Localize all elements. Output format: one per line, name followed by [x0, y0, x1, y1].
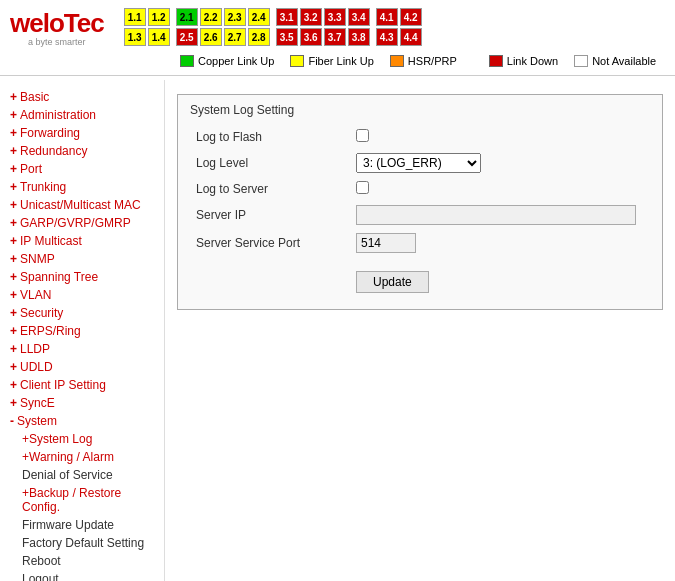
server-ip-label: Server IP	[190, 201, 350, 229]
sidebar-item-basic[interactable]: +Basic	[0, 88, 164, 106]
sidebar-item-udld[interactable]: +UDLD	[0, 358, 164, 376]
port-2-4[interactable]: 2.4	[248, 8, 270, 26]
log-to-server-label: Log to Server	[190, 177, 350, 201]
form-row-log-to-flash: Log to Flash	[190, 125, 650, 149]
sidebar-item-denial-of-service[interactable]: Denial of Service	[0, 466, 164, 484]
legend-down-label: Link Down	[507, 55, 558, 67]
port-1-3[interactable]: 1.3	[124, 28, 146, 46]
sidebar-item-unicast-multicast[interactable]: +Unicast/Multicast MAC	[0, 196, 164, 214]
main-layout: +Basic +Administration +Forwarding +Redu…	[0, 80, 675, 581]
port-2-3[interactable]: 2.3	[224, 8, 246, 26]
sidebar-item-security[interactable]: +Security	[0, 304, 164, 322]
form-row-log-level: Log Level 0: (EMERGENCY) 1: (ALERT) 2: (…	[190, 149, 650, 177]
system-log-setting-box: System Log Setting Log to Flash Log Leve…	[177, 94, 663, 310]
sidebar-item-system-log[interactable]: +System Log	[0, 430, 164, 448]
legend-hsr-prp: HSR/PRP	[390, 55, 457, 67]
legend-hsr-label: HSR/PRP	[408, 55, 457, 67]
port-2-8[interactable]: 2.8	[248, 28, 270, 46]
sidebar-item-client-ip[interactable]: +Client IP Setting	[0, 376, 164, 394]
port-2-2[interactable]: 2.2	[200, 8, 222, 26]
legend-link-down: Link Down	[489, 55, 558, 67]
content-area: System Log Setting Log to Flash Log Leve…	[165, 80, 675, 581]
port-4-1[interactable]: 4.1	[376, 8, 398, 26]
sidebar-item-lldp[interactable]: +LLDP	[0, 340, 164, 358]
port-1-4[interactable]: 1.4	[148, 28, 170, 46]
port-3-4[interactable]: 3.4	[348, 8, 370, 26]
legend-fiber-label: Fiber Link Up	[308, 55, 373, 67]
port-group-3: 3.1 3.2 3.3 3.4 3.5 3.6 3.7 3.8	[276, 8, 370, 46]
port-3-3[interactable]: 3.3	[324, 8, 346, 26]
sidebar: +Basic +Administration +Forwarding +Redu…	[0, 80, 165, 581]
port-4-4[interactable]: 4.4	[400, 28, 422, 46]
sidebar-item-vlan[interactable]: +VLAN	[0, 286, 164, 304]
port-2-5[interactable]: 2.5	[176, 28, 198, 46]
header: weloTec a byte smarter 1.1 1.2 1.3 1.4 2…	[0, 0, 675, 51]
form-row-log-to-server: Log to Server	[190, 177, 650, 201]
sidebar-item-trunking[interactable]: +Trunking	[0, 178, 164, 196]
legend-not-available: Not Available	[574, 55, 656, 67]
sidebar-item-administration[interactable]: +Administration	[0, 106, 164, 124]
legend-orange-box	[390, 55, 404, 67]
logo-brand: weloTec	[10, 8, 104, 38]
port-2-6[interactable]: 2.6	[200, 28, 222, 46]
port-2-7[interactable]: 2.7	[224, 28, 246, 46]
port-4-3[interactable]: 4.3	[376, 28, 398, 46]
sidebar-item-backup-restore[interactable]: +Backup / Restore Config.	[0, 484, 164, 516]
sidebar-item-redundancy[interactable]: +Redundancy	[0, 142, 164, 160]
port-group-1: 1.1 1.2 1.3 1.4	[124, 8, 170, 46]
log-level-select[interactable]: 0: (EMERGENCY) 1: (ALERT) 2: (CRITICAL) …	[356, 153, 481, 173]
port-group-4: 4.1 4.2 4.3 4.4	[376, 8, 422, 46]
divider	[0, 75, 675, 76]
legend-yellow-box	[290, 55, 304, 67]
sidebar-item-erps[interactable]: +ERPS/Ring	[0, 322, 164, 340]
port-1-2[interactable]: 1.2	[148, 8, 170, 26]
form-row-server-port: Server Service Port	[190, 229, 650, 257]
log-level-label: Log Level	[190, 149, 350, 177]
form-table: Log to Flash Log Level 0: (EMERGENCY) 1:…	[190, 125, 650, 297]
port-3-8[interactable]: 3.8	[348, 28, 370, 46]
sidebar-item-snmp[interactable]: +SNMP	[0, 250, 164, 268]
legend-green-box	[180, 55, 194, 67]
log-to-server-checkbox[interactable]	[356, 181, 369, 194]
sidebar-item-synce[interactable]: +SyncE	[0, 394, 164, 412]
server-port-input[interactable]	[356, 233, 416, 253]
logo: weloTec	[10, 8, 104, 39]
legend-copper-link-up: Copper Link Up	[180, 55, 274, 67]
sidebar-item-spanning-tree[interactable]: +Spanning Tree	[0, 268, 164, 286]
sidebar-item-firmware-update[interactable]: Firmware Update	[0, 516, 164, 534]
sidebar-item-forwarding[interactable]: +Forwarding	[0, 124, 164, 142]
port-3-7[interactable]: 3.7	[324, 28, 346, 46]
log-to-flash-checkbox[interactable]	[356, 129, 369, 142]
port-4-2[interactable]: 4.2	[400, 8, 422, 26]
port-grid: 1.1 1.2 1.3 1.4 2.1 2.2 2.3 2.4 2.5 2.6 …	[124, 8, 422, 46]
legend-na-label: Not Available	[592, 55, 656, 67]
port-2-1[interactable]: 2.1	[176, 8, 198, 26]
port-group-2: 2.1 2.2 2.3 2.4 2.5 2.6 2.7 2.8	[176, 8, 270, 46]
port-3-1[interactable]: 3.1	[276, 8, 298, 26]
sidebar-item-warning-alarm[interactable]: +Warning / Alarm	[0, 448, 164, 466]
form-row-server-ip: Server IP	[190, 201, 650, 229]
section-title: System Log Setting	[190, 103, 650, 117]
logo-area: weloTec a byte smarter	[10, 8, 104, 47]
legend: Copper Link Up Fiber Link Up HSR/PRP Lin…	[0, 51, 675, 71]
port-3-5[interactable]: 3.5	[276, 28, 298, 46]
server-port-label: Server Service Port	[190, 229, 350, 257]
log-to-flash-label: Log to Flash	[190, 125, 350, 149]
sidebar-item-system[interactable]: -System	[0, 412, 164, 430]
sidebar-item-port[interactable]: +Port	[0, 160, 164, 178]
sidebar-item-logout[interactable]: Logout	[0, 570, 164, 581]
port-3-2[interactable]: 3.2	[300, 8, 322, 26]
sidebar-item-garp[interactable]: +GARP/GVRP/GMRP	[0, 214, 164, 232]
legend-na-box	[574, 55, 588, 67]
port-3-6[interactable]: 3.6	[300, 28, 322, 46]
legend-fiber-link-up: Fiber Link Up	[290, 55, 373, 67]
update-button[interactable]: Update	[356, 271, 429, 293]
sidebar-item-factory-default[interactable]: Factory Default Setting	[0, 534, 164, 552]
legend-copper-label: Copper Link Up	[198, 55, 274, 67]
sidebar-item-ip-multicast[interactable]: +IP Multicast	[0, 232, 164, 250]
port-1-1[interactable]: 1.1	[124, 8, 146, 26]
server-ip-input[interactable]	[356, 205, 636, 225]
sidebar-item-reboot[interactable]: Reboot	[0, 552, 164, 570]
form-row-update: Update	[190, 257, 650, 297]
legend-red-box	[489, 55, 503, 67]
